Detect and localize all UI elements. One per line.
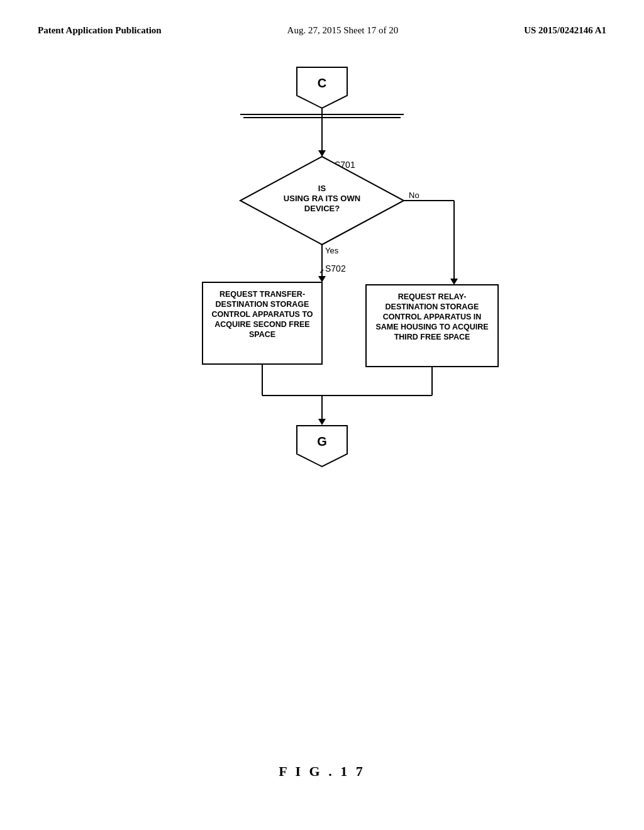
s702-text-4: ACQUIRE SECOND FREE bbox=[214, 320, 309, 329]
decision-text-1: IS bbox=[318, 184, 326, 193]
start-terminal-label: C bbox=[318, 76, 326, 90]
page: Patent Application Publication Aug. 27, … bbox=[0, 0, 644, 830]
end-terminal-label: G bbox=[317, 434, 327, 448]
yes-label: Yes bbox=[325, 246, 339, 255]
s703-text-1: REQUEST RELAY- bbox=[398, 292, 467, 301]
page-header: Patent Application Publication Aug. 27, … bbox=[38, 25, 606, 36]
publication-label: Patent Application Publication bbox=[38, 25, 162, 36]
s702-text-1: REQUEST TRANSFER- bbox=[219, 290, 305, 299]
no-label: No bbox=[409, 191, 419, 200]
decision-text-2: USING RA ITS OWN bbox=[284, 194, 360, 203]
s703-text-5: THIRD FREE SPACE bbox=[394, 333, 470, 341]
s702-text-5: SPACE bbox=[249, 330, 275, 339]
figure-caption: F I G . 1 7 bbox=[279, 763, 365, 780]
arrow-head-s702 bbox=[318, 276, 326, 282]
diagram-wrapper: C S701 IS USING RA ITS OWN DEVICE? No Ye… bbox=[38, 55, 606, 570]
s703-text-2: DESTINATION STORAGE bbox=[386, 302, 479, 311]
s702-label: S702 bbox=[325, 263, 346, 274]
flowchart-svg: C S701 IS USING RA ITS OWN DEVICE? No Ye… bbox=[102, 55, 542, 570]
arrow-head-to-diamond bbox=[318, 150, 326, 157]
decision-text-3: DEVICE? bbox=[304, 204, 340, 213]
sheet-info: Aug. 27, 2015 Sheet 17 of 20 bbox=[287, 25, 399, 36]
patent-number: US 2015/0242146 A1 bbox=[524, 25, 606, 36]
s702-text-2: DESTINATION STORAGE bbox=[216, 300, 309, 309]
s703-text-4: SAME HOUSING TO ACQUIRE bbox=[375, 323, 488, 331]
s702-text-3: CONTROL APPARATUS TO bbox=[211, 310, 313, 319]
s703-text-3: CONTROL APPARATUS IN bbox=[383, 313, 481, 321]
arrow-head-to-g bbox=[318, 419, 326, 425]
